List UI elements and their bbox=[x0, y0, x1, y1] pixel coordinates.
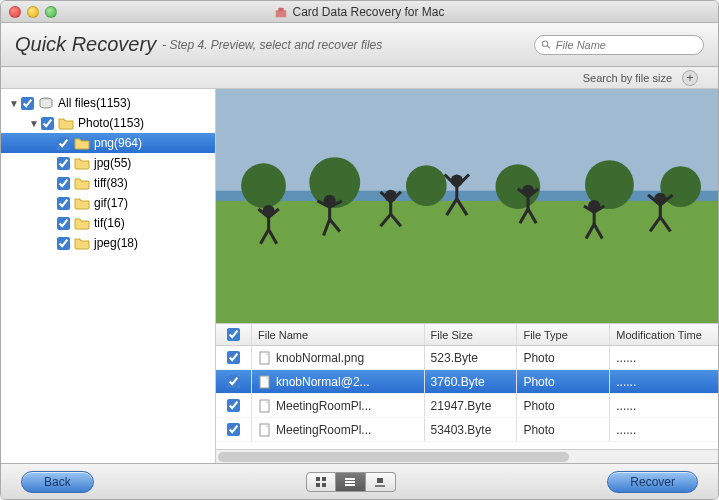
file-icon bbox=[258, 423, 272, 437]
cell-mod: ...... bbox=[610, 394, 718, 417]
tree-row-jpg[interactable]: jpg(55) bbox=[1, 153, 215, 173]
subheader: Search by file size + bbox=[1, 67, 718, 89]
checkbox-row[interactable] bbox=[227, 351, 240, 364]
checkbox-jpg[interactable] bbox=[57, 157, 70, 170]
folder-icon bbox=[74, 136, 90, 150]
checkbox-gif[interactable] bbox=[57, 197, 70, 210]
tree-label: All files(1153) bbox=[58, 96, 131, 110]
col-mod[interactable]: Modification Time bbox=[610, 324, 718, 345]
search-input[interactable] bbox=[556, 39, 697, 51]
cell-type: Photo bbox=[517, 370, 610, 393]
main-panel: File Name File Size File Type Modificati… bbox=[216, 89, 718, 463]
table-row[interactable]: MeetingRoomPl... 21947.Byte Photo ...... bbox=[216, 394, 718, 418]
checkbox-row[interactable] bbox=[227, 375, 240, 388]
tree-label: jpeg(18) bbox=[94, 236, 138, 250]
checkbox-row[interactable] bbox=[227, 399, 240, 412]
coverflow-icon bbox=[374, 476, 386, 488]
svg-rect-0 bbox=[276, 10, 287, 17]
checkbox-row[interactable] bbox=[227, 423, 240, 436]
preview-image bbox=[216, 89, 718, 323]
tree-row-photo[interactable]: ▼ Photo(1153) bbox=[1, 113, 215, 133]
grid-icon bbox=[315, 476, 327, 488]
checkbox-png[interactable] bbox=[57, 137, 70, 150]
cell-type: Photo bbox=[517, 418, 610, 441]
cell-name: knobNormal.png bbox=[276, 351, 364, 365]
h-scrollbar[interactable] bbox=[216, 449, 718, 463]
col-name[interactable]: File Name bbox=[252, 324, 425, 345]
cell-name: MeetingRoomPl... bbox=[276, 423, 371, 437]
tree-row-jpeg[interactable]: jpeg(18) bbox=[1, 233, 215, 253]
svg-point-11 bbox=[495, 164, 540, 209]
chevron-down-icon[interactable]: ▼ bbox=[9, 98, 19, 109]
tree-row-png[interactable]: png(964) bbox=[1, 133, 215, 153]
cell-name: MeetingRoomPl... bbox=[276, 399, 371, 413]
view-coverflow-button[interactable] bbox=[366, 472, 396, 492]
tree-row-gif[interactable]: gif(17) bbox=[1, 193, 215, 213]
tree-row-tif[interactable]: tif(16) bbox=[1, 213, 215, 233]
table-row[interactable]: knobNormal.png 523.Byte Photo ...... bbox=[216, 346, 718, 370]
checkbox-allfiles[interactable] bbox=[21, 97, 34, 110]
search-size-label[interactable]: Search by file size bbox=[583, 72, 672, 84]
footer: Back Recover bbox=[1, 463, 718, 499]
tree-row-tiff[interactable]: tiff(83) bbox=[1, 173, 215, 193]
svg-rect-63 bbox=[322, 483, 326, 487]
svg-rect-7 bbox=[216, 201, 718, 323]
folder-icon bbox=[74, 156, 90, 170]
content: ▼ All files(1153) ▼ Photo(1153) png(964)… bbox=[1, 89, 718, 463]
svg-point-10 bbox=[406, 165, 447, 206]
tree-row-allfiles[interactable]: ▼ All files(1153) bbox=[1, 93, 215, 113]
search-icon bbox=[541, 39, 552, 51]
cell-mod: ...... bbox=[610, 346, 718, 369]
cell-size: 523.Byte bbox=[425, 346, 518, 369]
page-title: Quick Recovery bbox=[15, 33, 156, 56]
cell-size: 3760.Byte bbox=[425, 370, 518, 393]
table-header: File Name File Size File Type Modificati… bbox=[216, 324, 718, 346]
view-grid-button[interactable] bbox=[306, 472, 336, 492]
tree-label: png(964) bbox=[94, 136, 142, 150]
svg-rect-60 bbox=[316, 477, 320, 481]
view-list-button[interactable] bbox=[336, 472, 366, 492]
view-mode-segment[interactable] bbox=[306, 472, 396, 492]
cell-name: knobNormal@2... bbox=[276, 375, 370, 389]
folder-icon bbox=[74, 236, 90, 250]
sidebar-tree[interactable]: ▼ All files(1153) ▼ Photo(1153) png(964)… bbox=[1, 89, 216, 463]
tree-label: Photo(1153) bbox=[78, 116, 144, 130]
col-size[interactable]: File Size bbox=[425, 324, 518, 345]
file-icon bbox=[258, 351, 272, 365]
table-row[interactable]: knobNormal@2... 3760.Byte Photo ...... bbox=[216, 370, 718, 394]
list-icon bbox=[344, 476, 356, 488]
back-button[interactable]: Back bbox=[21, 471, 94, 493]
svg-line-3 bbox=[547, 45, 550, 48]
checkbox-jpeg[interactable] bbox=[57, 237, 70, 250]
checkbox-tiff[interactable] bbox=[57, 177, 70, 190]
app-window: Card Data Recovery for Mac Quick Recover… bbox=[0, 0, 719, 500]
file-icon bbox=[258, 399, 272, 413]
cell-size: 53403.Byte bbox=[425, 418, 518, 441]
table-row[interactable]: MeetingRoomPl... 53403.Byte Photo ...... bbox=[216, 418, 718, 442]
tree-label: tif(16) bbox=[94, 216, 125, 230]
col-type[interactable]: File Type bbox=[517, 324, 610, 345]
svg-rect-61 bbox=[322, 477, 326, 481]
header: Quick Recovery - Step 4. Preview, select… bbox=[1, 23, 718, 67]
checkbox-select-all[interactable] bbox=[227, 328, 240, 341]
search-input-wrap[interactable] bbox=[534, 35, 704, 55]
cell-mod: ...... bbox=[610, 418, 718, 441]
svg-rect-1 bbox=[279, 7, 284, 11]
tree-label: tiff(83) bbox=[94, 176, 128, 190]
titlebar: Card Data Recovery for Mac bbox=[1, 1, 718, 23]
checkbox-photo[interactable] bbox=[41, 117, 54, 130]
checkbox-tif[interactable] bbox=[57, 217, 70, 230]
svg-point-8 bbox=[241, 163, 286, 208]
svg-rect-5 bbox=[216, 89, 718, 201]
app-icon bbox=[274, 5, 288, 19]
table-body[interactable]: knobNormal.png 523.Byte Photo ...... kno… bbox=[216, 346, 718, 449]
cell-size: 21947.Byte bbox=[425, 394, 518, 417]
folder-icon bbox=[74, 196, 90, 210]
file-icon bbox=[258, 375, 272, 389]
svg-rect-62 bbox=[316, 483, 320, 487]
chevron-down-icon[interactable]: ▼ bbox=[29, 118, 39, 129]
recover-button[interactable]: Recover bbox=[607, 471, 698, 493]
scrollbar-thumb[interactable] bbox=[218, 452, 569, 462]
add-filter-button[interactable]: + bbox=[682, 70, 698, 86]
cell-type: Photo bbox=[517, 394, 610, 417]
